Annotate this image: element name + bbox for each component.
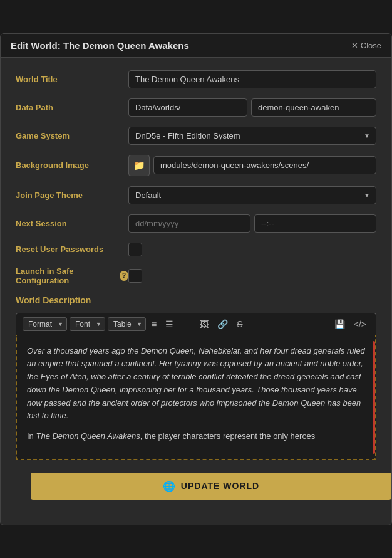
close-button[interactable]: ✕ Close [351, 41, 381, 50]
launch-safe-label: Launch in Safe Configuration ? [16, 266, 128, 285]
data-path-row: Data Path [16, 98, 376, 117]
next-session-time-input[interactable] [254, 214, 376, 233]
game-system-label: Game System [16, 131, 128, 140]
save-button[interactable]: 💾 [331, 317, 348, 331]
unordered-list-button[interactable]: ≡ [148, 317, 160, 331]
editor-scrollbar[interactable] [373, 341, 375, 454]
game-system-select-wrapper: DnD5e - Fifth Edition System ▼ [128, 127, 376, 145]
code-icon: </> [354, 319, 366, 329]
table-select[interactable]: Table [108, 317, 146, 331]
modal-header: Edit World: The Demon Queen Awakens ✕ Cl… [1, 34, 391, 58]
image-button[interactable]: 🖼 [197, 317, 212, 331]
font-select-wrapper: Font ▼ [70, 317, 105, 331]
game-system-select[interactable]: DnD5e - Fifth Edition System [128, 127, 376, 145]
editor-wrapper: Over a thousand years ago the Demon Quee… [16, 335, 376, 460]
next-session-group [128, 214, 376, 233]
data-path-input1[interactable] [128, 98, 247, 117]
data-path-input2[interactable] [251, 98, 376, 117]
launch-safe-row: Launch in Safe Configuration ? [16, 266, 376, 285]
strikethrough-icon: S [237, 319, 242, 329]
editor-italic-inline: The Demon Queen Awakens [36, 431, 140, 441]
save-icon: 💾 [334, 319, 345, 329]
list-ul-icon: ≡ [152, 319, 157, 329]
modal-title: Edit World: The Demon Queen Awakens [11, 40, 189, 51]
editor-suffix: , the player characters represent the on… [140, 431, 316, 441]
data-path-label: Data Path [16, 103, 128, 112]
table-select-wrapper: Table ▼ [108, 317, 146, 331]
join-page-theme-label: Join Page Theme [16, 191, 128, 200]
data-path-group [128, 98, 376, 117]
editor-italic-paragraph: Over a thousand years ago the Demon Quee… [27, 345, 365, 423]
background-image-group: 📁 [128, 155, 376, 176]
join-page-theme-select-wrapper: Default ▼ [128, 186, 376, 204]
world-title-row: World Title [16, 70, 376, 88]
link-button[interactable]: 🔗 [214, 317, 231, 331]
horizontal-rule-button[interactable]: — [179, 317, 194, 331]
modal-body: World Title Data Path Game System DnD5e … [1, 58, 391, 473]
reset-passwords-label: Reset User Passwords [16, 245, 128, 254]
format-select-wrapper: Format ▼ [23, 317, 67, 331]
list-ol-icon: ☰ [165, 319, 173, 329]
format-select[interactable]: Format [23, 317, 67, 331]
modal-footer: 🌐 UPDATE WORLD [1, 473, 391, 525]
link-icon: 🔗 [217, 319, 228, 329]
reset-passwords-checkbox[interactable] [128, 243, 142, 256]
next-session-row: Next Session [16, 214, 376, 233]
strikethrough-button[interactable]: S [234, 317, 245, 331]
font-select[interactable]: Font [70, 317, 105, 331]
editor-prefix: In [27, 431, 36, 441]
reset-passwords-row: Reset User Passwords [16, 243, 376, 256]
next-session-date-input[interactable] [128, 214, 250, 233]
launch-safe-checkbox[interactable] [128, 269, 142, 283]
source-button[interactable]: </> [351, 317, 369, 331]
game-system-row: Game System DnD5e - Fifth Edition System… [16, 127, 376, 145]
editor-normal-paragraph: In The Demon Queen Awakens, the player c… [27, 430, 365, 443]
image-icon: 🖼 [200, 319, 209, 329]
hr-icon: — [182, 319, 191, 329]
join-page-theme-row: Join Page Theme Default ▼ [16, 186, 376, 204]
launch-safe-label-text: Launch in Safe Configuration [16, 266, 116, 285]
update-world-label: UPDATE WORLD [181, 481, 259, 491]
background-image-label: Background Image [16, 161, 128, 170]
editor-content[interactable]: Over a thousand years ago the Demon Quee… [16, 335, 376, 460]
background-image-input[interactable] [153, 156, 376, 174]
folder-icon: 📁 [133, 160, 145, 171]
world-title-label: World Title [16, 75, 128, 84]
background-image-picker-button[interactable]: 📁 [128, 155, 150, 176]
globe-icon: 🌐 [163, 480, 176, 492]
world-description-label: World Description [16, 295, 376, 305]
next-session-label: Next Session [16, 219, 128, 228]
help-icon[interactable]: ? [120, 271, 128, 281]
world-title-input[interactable] [128, 70, 376, 88]
editor-toolbar: Format ▼ Font ▼ Table ▼ ≡ [16, 313, 376, 335]
background-image-row: Background Image 📁 [16, 155, 376, 176]
edit-world-modal: Edit World: The Demon Queen Awakens ✕ Cl… [0, 33, 392, 525]
ordered-list-button[interactable]: ☰ [162, 317, 177, 331]
update-world-button[interactable]: 🌐 UPDATE WORLD [31, 473, 391, 500]
toolbar-right: 💾 </> [331, 317, 369, 331]
world-description-section: World Description Format ▼ Font ▼ Ta [16, 295, 376, 460]
join-page-theme-select[interactable]: Default [128, 186, 376, 204]
